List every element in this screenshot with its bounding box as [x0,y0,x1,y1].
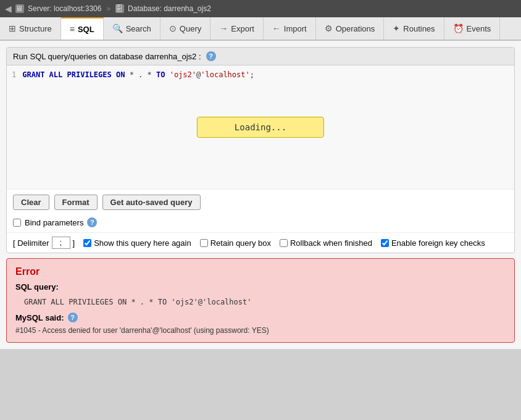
foreign-key-checkbox[interactable] [381,239,389,247]
db-name: darrenha_ojs2 [145,52,196,61]
error-mysql-label: MySQL said: ? [15,313,506,322]
events-icon: ⏰ [453,23,464,33]
delimiter-input[interactable] [52,237,70,249]
sql-editor[interactable]: 1 GRANT ALL PRIVILEGES ON * . * TO 'ojs2… [7,65,514,189]
search-icon: 🔍 [112,23,123,33]
delimiter-section: [ Delimiter ] [13,237,75,249]
show-again-option: Show this query here again [83,238,191,248]
export-icon: → [219,23,228,33]
line-numbers: 1 [12,70,22,184]
back-button[interactable]: ◀ [5,4,12,14]
error-panel: Error SQL query: GRANT ALL PRIVILEGES ON… [6,258,515,343]
server-label: Server: localhost:3306 [28,4,101,13]
clear-button[interactable]: Clear [13,195,49,210]
tab-export[interactable]: → Export [210,17,264,40]
show-again-label: Show this query here again [94,238,191,248]
bind-params-help-icon[interactable]: ? [87,217,97,227]
retain-query-option: Retain query box [200,238,271,248]
options-row: [ Delimiter ] Show this query here again… [7,232,514,253]
server-icon: 🖥 [15,4,24,13]
database-label: Database: darrenha_ojs2 [128,4,211,13]
tab-import[interactable]: ← Import [264,17,316,40]
tab-structure[interactable]: ⊞ Structure [0,17,61,40]
rollback-option: Rollback when finished [280,238,372,248]
error-sql-label: SQL query: [15,282,506,292]
retain-query-checkbox[interactable] [200,239,208,247]
title-bar: ◀ 🖥 Server: localhost:3306 » 🗄 Database:… [0,0,521,17]
sql-panel-header: Run SQL query/queries on database darren… [7,48,514,65]
error-title: Error [15,266,506,277]
query-icon: ⊙ [169,23,177,33]
autosaved-button[interactable]: Get auto-saved query [102,195,201,210]
foreign-key-option: Enable foreign key checks [381,238,485,248]
format-button[interactable]: Format [54,195,98,210]
routines-icon: ✦ [393,23,400,33]
database-icon: 🗄 [115,4,124,13]
loading-overlay: Loading... [197,117,324,138]
nav-tabs: ⊞ Structure ≡ SQL 🔍 Search ⊙ Query → Exp… [0,17,521,41]
retain-query-label: Retain query box [210,238,271,248]
delimiter-suffix: ] [73,238,75,248]
help-icon[interactable]: ? [206,51,216,61]
structure-icon: ⊞ [9,23,16,33]
panel-title: Run SQL query/queries on database darren… [13,52,201,61]
tab-sql[interactable]: ≡ SQL [61,17,104,40]
show-again-checkbox[interactable] [83,239,91,247]
sql-panel: Run SQL query/queries on database darren… [6,47,515,253]
operations-icon: ⚙ [325,23,333,33]
breadcrumb-sep: » [106,4,110,13]
sql-icon: ≡ [70,24,75,34]
error-sql-code: GRANT ALL PRIVILEGES ON * . * TO 'ojs2'@… [24,298,506,306]
tab-events[interactable]: ⏰ Events [444,17,501,40]
mysql-help-icon[interactable]: ? [68,313,78,322]
main-content: Run SQL query/queries on database darren… [0,41,521,349]
tab-query[interactable]: ⊙ Query [160,17,210,40]
rollback-label: Rollback when finished [290,238,372,248]
import-icon: ← [272,23,281,33]
tab-operations[interactable]: ⚙ Operations [316,17,385,40]
error-message: #1045 - Access denied for user 'darrenha… [15,326,506,335]
rollback-checkbox[interactable] [280,239,288,247]
bind-params-row: Bind parameters ? [7,215,514,232]
buttons-row: Clear Format Get auto-saved query [7,189,514,215]
tab-search[interactable]: 🔍 Search [104,17,160,40]
foreign-key-label: Enable foreign key checks [391,238,485,248]
tab-routines[interactable]: ✦ Routines [384,17,444,40]
bind-params-label: Bind parameters [25,218,83,227]
bind-params-checkbox[interactable] [13,219,21,227]
delimiter-prefix: [ Delimiter [13,238,49,248]
